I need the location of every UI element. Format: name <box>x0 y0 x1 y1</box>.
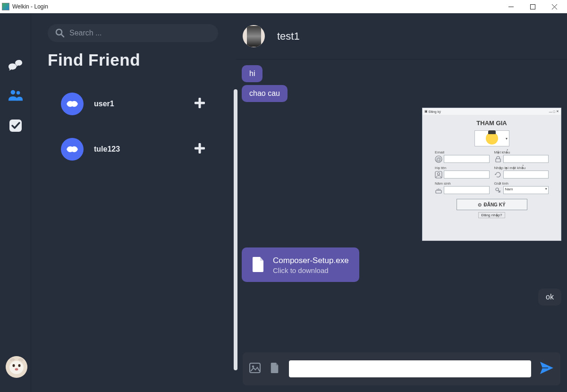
window-title: Welkin - Login <box>12 3 48 10</box>
svg-point-18 <box>252 366 254 368</box>
friend-row[interactable]: user1 <box>48 81 218 127</box>
image-login-link: Đăng nhập? <box>478 212 505 218</box>
user-avatar[interactable] <box>6 356 27 378</box>
contact-name: test1 <box>277 30 300 43</box>
message-input[interactable] <box>289 360 531 377</box>
svg-rect-15 <box>436 190 441 193</box>
svg-rect-0 <box>530 4 535 9</box>
nav-rail <box>0 13 31 392</box>
file-subtitle: Click to download <box>273 266 349 274</box>
friends-panel: Find Friend user1 tule123 <box>31 13 236 392</box>
app-body: Find Friend user1 tule123 test1 <box>0 13 567 392</box>
add-friend-button[interactable] <box>195 98 205 110</box>
search-input[interactable] <box>69 29 211 37</box>
svg-point-5 <box>9 361 24 374</box>
message-composer <box>243 352 560 385</box>
svg-point-14 <box>438 172 440 175</box>
search-icon <box>55 28 65 38</box>
close-button[interactable] <box>543 0 565 13</box>
panel-heading: Find Friend <box>48 51 218 69</box>
chat-area: test1 hi chao cau ▣ Đăng ký —□✕ THAM GIA… <box>236 13 567 392</box>
nav-chat[interactable] <box>8 59 23 74</box>
image-form-title: THAM GIA <box>435 119 549 127</box>
friend-name: tule123 <box>94 145 184 153</box>
friend-name: user1 <box>94 100 184 108</box>
message-image-attachment[interactable]: ▣ Đăng ký —□✕ THAM GIA Email @ Mật khẩu <box>422 108 561 241</box>
svg-rect-12 <box>496 159 500 162</box>
svg-point-6 <box>13 364 15 367</box>
message-text: chao cau <box>242 85 288 102</box>
svg-point-2 <box>16 91 20 95</box>
svg-point-7 <box>18 364 21 367</box>
contact-avatar[interactable] <box>243 25 265 47</box>
friend-row[interactable]: tule123 <box>48 127 218 172</box>
maximize-button[interactable] <box>522 0 543 13</box>
add-friend-button[interactable] <box>195 143 205 155</box>
image-avatar-selector <box>474 130 509 146</box>
image-window-titlebar: ▣ Đăng ký —□✕ <box>423 108 561 115</box>
chat-header: test1 <box>236 13 567 60</box>
attach-file-button[interactable] <box>269 363 280 375</box>
message-list[interactable]: hi chao cau ▣ Đăng ký —□✕ THAM GIA Email… <box>236 60 567 352</box>
friend-avatar <box>61 138 84 161</box>
file-name: Composer-Setup.exe <box>273 256 349 265</box>
label-fullname: Họ tên <box>435 166 490 170</box>
app-icon <box>2 3 9 10</box>
window-titlebar: Welkin - Login <box>0 0 567 13</box>
label-gender: Giới tính <box>494 181 549 186</box>
svg-rect-3 <box>9 119 22 132</box>
friend-avatar <box>61 93 84 115</box>
message-text: hi <box>242 65 262 82</box>
image-window-title: Đăng ký <box>429 110 441 113</box>
nav-friends[interactable] <box>8 89 23 104</box>
file-icon <box>252 257 264 274</box>
svg-point-1 <box>10 90 15 94</box>
label-password: Mật khẩu <box>494 150 549 154</box>
image-submit-button: ⊙ĐĂNG KÝ <box>457 199 527 210</box>
label-email: Email <box>435 150 490 154</box>
attach-image-button[interactable] <box>249 363 261 375</box>
svg-text:@: @ <box>436 156 441 162</box>
send-button[interactable] <box>540 361 554 376</box>
search-box[interactable] <box>48 24 218 42</box>
svg-point-8 <box>15 368 18 371</box>
nav-tasks[interactable] <box>8 119 23 134</box>
label-birthyear: Năm sinh <box>435 181 490 186</box>
label-password-repeat: Nhập lại mật khẩu <box>494 166 549 170</box>
minimize-button[interactable] <box>500 0 522 13</box>
message-text: ok <box>538 289 561 306</box>
message-file-attachment[interactable]: Composer-Setup.exe Click to download <box>242 247 359 282</box>
